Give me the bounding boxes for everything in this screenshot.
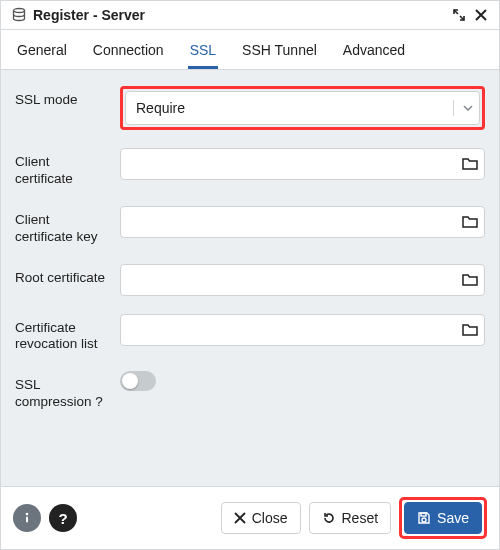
tab-connection[interactable]: Connection <box>91 38 166 69</box>
client-cert-key-label: Client certificate key <box>15 206 110 246</box>
client-cert-key-input[interactable] <box>120 206 485 238</box>
ssl-mode-value: Require <box>136 100 185 116</box>
tab-ssl[interactable]: SSL <box>188 38 218 69</box>
save-label: Save <box>437 510 469 526</box>
window-title: Register - Server <box>33 7 145 23</box>
title-bar: Register - Server <box>1 1 499 30</box>
expand-icon[interactable] <box>451 7 467 23</box>
svg-point-4 <box>422 518 426 522</box>
ssl-mode-label: SSL mode <box>15 86 110 109</box>
crl-label: Certificate revocation list <box>15 314 110 354</box>
tab-advanced[interactable]: Advanced <box>341 38 407 69</box>
help-button[interactable]: ? <box>49 504 77 532</box>
folder-icon[interactable] <box>461 155 479 173</box>
svg-point-1 <box>26 513 29 516</box>
ssl-compression-toggle[interactable] <box>120 371 156 391</box>
close-label: Close <box>252 510 288 526</box>
close-x-icon <box>234 512 246 524</box>
close-button[interactable]: Close <box>221 502 301 534</box>
root-cert-label: Root certificate <box>15 264 110 287</box>
folder-icon[interactable] <box>461 321 479 339</box>
svg-rect-2 <box>26 517 28 523</box>
database-icon <box>11 7 27 23</box>
folder-icon[interactable] <box>461 213 479 231</box>
close-icon[interactable] <box>473 7 489 23</box>
tab-ssh-tunnel[interactable]: SSH Tunnel <box>240 38 319 69</box>
reset-button[interactable]: Reset <box>309 502 392 534</box>
reset-icon <box>322 511 336 525</box>
form-content: SSL mode Require Client certificate Clie… <box>1 70 499 486</box>
ssl-mode-select[interactable]: Require <box>125 91 480 125</box>
folder-icon[interactable] <box>461 271 479 289</box>
ssl-compression-label: SSL compression ? <box>15 371 110 411</box>
svg-rect-3 <box>421 513 426 516</box>
client-cert-label: Client certificate <box>15 148 110 188</box>
svg-point-0 <box>14 9 25 13</box>
chevron-down-icon <box>453 100 474 116</box>
tab-general[interactable]: General <box>15 38 69 69</box>
tab-bar: General Connection SSL SSH Tunnel Advanc… <box>1 30 499 70</box>
reset-label: Reset <box>342 510 379 526</box>
save-button[interactable]: Save <box>404 502 482 534</box>
footer-bar: ? Close Reset Save <box>1 486 499 549</box>
info-button[interactable] <box>13 504 41 532</box>
root-cert-input[interactable] <box>120 264 485 296</box>
save-icon <box>417 511 431 525</box>
crl-input[interactable] <box>120 314 485 346</box>
client-cert-input[interactable] <box>120 148 485 180</box>
